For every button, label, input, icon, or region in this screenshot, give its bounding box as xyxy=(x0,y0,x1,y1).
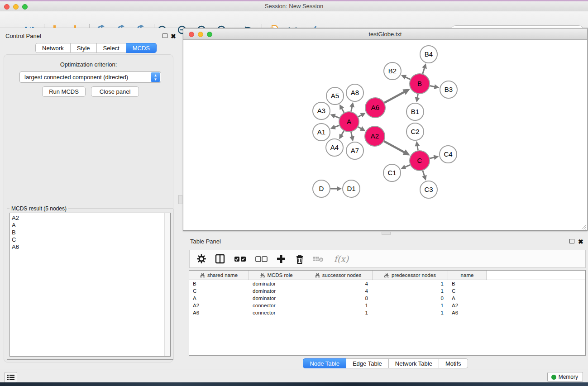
node-C2[interactable]: C2 xyxy=(406,123,424,140)
node-A3[interactable]: A3 xyxy=(313,102,330,119)
edge-A6-B[interactable] xyxy=(384,89,410,103)
node-C[interactable]: C xyxy=(410,151,430,171)
app-titlebar[interactable]: Session: New Session xyxy=(0,1,588,11)
node-D[interactable]: D xyxy=(313,180,330,197)
table-row[interactable]: A2connector11A2 xyxy=(189,302,585,309)
select-all-button[interactable] xyxy=(233,253,247,264)
table-cell[interactable]: 1 xyxy=(373,302,448,309)
table-cell[interactable]: 4 xyxy=(304,280,373,287)
edge-B-B4[interactable] xyxy=(422,63,427,74)
task-history-button[interactable] xyxy=(5,372,17,383)
table-cell[interactable]: C xyxy=(189,287,249,295)
edge-A-A4[interactable] xyxy=(339,131,344,139)
edge-C-C3[interactable] xyxy=(422,171,426,181)
mcds-result-item[interactable]: C xyxy=(12,236,163,243)
column-header-predecessor-nodes[interactable]: predecessor nodes xyxy=(373,271,448,280)
table-row[interactable]: Adominator80A xyxy=(189,295,585,302)
node-C1[interactable]: C1 xyxy=(383,164,401,181)
edge-A-A7[interactable] xyxy=(349,132,354,142)
mcds-result-item[interactable]: A2 xyxy=(12,214,163,222)
tab-network-table[interactable]: Network Table xyxy=(389,358,439,368)
node-table[interactable]: shared nameMCDS rolesuccessor nodesprede… xyxy=(189,270,586,356)
table-cell[interactable]: 1 xyxy=(373,309,448,316)
node-A1[interactable]: A1 xyxy=(313,124,330,141)
table-cell[interactable]: 1 xyxy=(304,309,373,316)
table-cell[interactable]: B xyxy=(448,280,487,287)
tab-network[interactable]: Network xyxy=(35,43,71,53)
add-row-button[interactable] xyxy=(276,253,287,264)
tab-motifs[interactable]: Motifs xyxy=(439,358,468,368)
mcds-result-item[interactable]: A xyxy=(12,222,163,229)
edge-C-C1[interactable] xyxy=(401,165,410,169)
table-cell[interactable]: 8 xyxy=(304,295,373,302)
column-header-shared-name[interactable]: shared name xyxy=(189,271,249,280)
table-cell[interactable]: 1 xyxy=(373,287,448,295)
node-B4[interactable]: B4 xyxy=(420,46,437,63)
table-cell[interactable]: 4 xyxy=(304,287,373,295)
node-A5[interactable]: A5 xyxy=(326,87,344,105)
node-A[interactable]: A xyxy=(339,112,359,132)
node-B2[interactable]: B2 xyxy=(384,62,401,80)
run-mcds-button[interactable]: Run MCDS xyxy=(42,86,86,97)
edge-D-D1[interactable] xyxy=(330,186,342,191)
edge-C-C2[interactable] xyxy=(415,141,420,151)
table-cell[interactable]: A2 xyxy=(448,302,487,309)
table-cell[interactable]: 0 xyxy=(373,295,448,302)
edge-B-B2[interactable] xyxy=(401,75,410,80)
memory-button[interactable]: Memory xyxy=(547,372,583,382)
delete-row-button[interactable] xyxy=(294,253,305,264)
node-B1[interactable]: B1 xyxy=(406,103,424,120)
column-header-name[interactable]: name xyxy=(448,271,487,280)
edge-A2-C[interactable] xyxy=(384,141,410,155)
mcds-result-list[interactable]: A2ABCA6 xyxy=(10,213,171,357)
node-A4[interactable]: A4 xyxy=(326,139,343,156)
edge-B-B1[interactable] xyxy=(415,94,420,103)
edge-A-A3[interactable] xyxy=(330,114,339,119)
table-cell[interactable]: C xyxy=(448,287,487,295)
optimization-criterion-select[interactable]: largest connected component (directed) ▲… xyxy=(19,71,161,83)
tab-style[interactable]: Style xyxy=(71,43,97,53)
node-A2[interactable]: A2 xyxy=(365,126,385,146)
table-cell[interactable]: B xyxy=(189,280,249,287)
table-cell[interactable]: 1 xyxy=(373,280,448,287)
show-columns-button[interactable] xyxy=(215,253,225,264)
node-C4[interactable]: C4 xyxy=(440,146,457,163)
mcds-result-item[interactable]: A6 xyxy=(12,243,163,251)
table-cell[interactable]: A6 xyxy=(448,309,487,316)
edge-A-A2[interactable] xyxy=(358,126,365,131)
table-settings-button[interactable] xyxy=(196,253,207,264)
table-cell[interactable]: connector xyxy=(249,309,304,316)
table-cell[interactable]: A xyxy=(189,295,249,302)
edge-A-A5[interactable] xyxy=(339,104,344,112)
edge-A-A6[interactable] xyxy=(358,113,366,117)
column-header-mcds-role[interactable]: MCDS role xyxy=(249,271,304,280)
node-B3[interactable]: B3 xyxy=(440,81,457,98)
horizontal-splitter-handle[interactable] xyxy=(382,232,391,235)
edge-C-C4[interactable] xyxy=(430,155,439,160)
deselect-all-button[interactable] xyxy=(254,253,268,264)
table-row[interactable]: A6connector11A6 xyxy=(189,309,585,316)
function-builder-button[interactable]: f(x) xyxy=(331,253,351,264)
node-D1[interactable]: D1 xyxy=(343,180,360,197)
tab-select[interactable]: Select xyxy=(97,43,126,53)
node-A7[interactable]: A7 xyxy=(346,142,363,159)
node-A8[interactable]: A8 xyxy=(346,84,363,101)
close-panel-icon[interactable]: ✖ xyxy=(171,34,176,38)
column-header-successor-nodes[interactable]: successor nodes xyxy=(304,271,373,280)
table-cell[interactable]: A2 xyxy=(189,302,249,309)
table-row[interactable]: Cdominator41C xyxy=(189,287,585,295)
table-cell[interactable]: A6 xyxy=(189,309,249,316)
edge-A-A8[interactable] xyxy=(349,102,354,112)
network-window-titlebar[interactable]: testGlobe.txt xyxy=(183,29,587,40)
close-panel-button[interactable]: Close panel xyxy=(91,86,139,97)
float-table-panel-icon[interactable] xyxy=(569,239,574,243)
table-cell[interactable]: dominator xyxy=(249,287,304,295)
table-cell[interactable]: dominator xyxy=(249,295,304,302)
close-table-panel-icon[interactable]: ✖ xyxy=(578,239,583,244)
table-cell[interactable]: A xyxy=(448,295,487,302)
node-A6[interactable]: A6 xyxy=(365,98,385,118)
table-row[interactable]: Bdominator41B xyxy=(189,280,585,287)
table-cell[interactable]: dominator xyxy=(249,280,304,287)
node-B[interactable]: B xyxy=(410,74,430,94)
list-scrollbar[interactable] xyxy=(164,213,170,356)
